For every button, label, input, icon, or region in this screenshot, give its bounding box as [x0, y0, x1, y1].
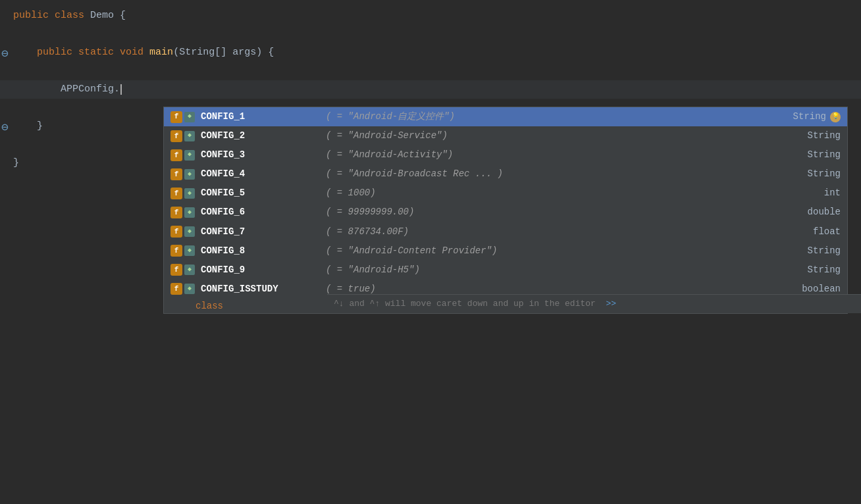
- ac-value-3: ( = "Android-Activity"): [326, 147, 788, 163]
- autocomplete-item-9[interactable]: f ◆ CONFIG_9 ( = "Android-H5") String: [164, 261, 847, 280]
- type-icon-8: ◆: [184, 245, 195, 256]
- ac-name-3: CONFIG_3: [201, 147, 319, 163]
- field-icon-9: f: [170, 264, 182, 276]
- ac-name-1: CONFIG_1: [201, 109, 319, 124]
- hint-bar: ^↓ and ^↑ will move caret down and up in…: [327, 294, 861, 313]
- field-icon-8: f: [170, 245, 182, 257]
- ac-icons-1: f ◆: [170, 111, 197, 123]
- field-icon-10: f: [170, 283, 182, 295]
- ac-type-8: String: [788, 243, 841, 259]
- ac-value-1: ( = "Android-自定义控件"): [326, 109, 773, 124]
- type-icon-2: ◆: [184, 131, 195, 141]
- ac-value-9: ( = "Android-H5"): [326, 263, 788, 278]
- bookmark-icon-2: ⊖: [1, 118, 9, 138]
- ac-value-8: ( = "Android-Content Provider"): [326, 243, 788, 259]
- ac-icons-6: f ◆: [170, 207, 197, 218]
- ac-type-4: String: [788, 166, 841, 182]
- code-line-1: public class Demo {: [0, 7, 861, 25]
- ac-value-4: ( = "Android-Broadcast Rec ... ): [326, 166, 788, 182]
- ac-name-5: CONFIG_5: [201, 186, 319, 201]
- field-icon-2: f: [170, 130, 182, 142]
- type-icon-9: ◆: [184, 265, 195, 275]
- code-line-5: APPConfig.: [0, 80, 861, 99]
- code-line-3: ⊖ public static void main(String[] args)…: [0, 43, 861, 62]
- ac-icons-9: f ◆: [170, 264, 197, 276]
- autocomplete-item-3[interactable]: f ◆ CONFIG_3 ( = "Android-Activity") Str…: [164, 145, 847, 164]
- ac-icons-3: f ◆: [170, 149, 197, 161]
- field-icon-1: f: [170, 111, 182, 123]
- autocomplete-item-1[interactable]: f ◆ CONFIG_1 ( = "Android-自定义控件") String…: [164, 107, 847, 126]
- ac-icons-10: f ◆: [170, 283, 197, 295]
- text-cursor: [120, 84, 122, 95]
- autocomplete-item-8[interactable]: f ◆ CONFIG_8 ( = "Android-Content Provid…: [164, 241, 847, 261]
- ac-type-5: int: [788, 186, 841, 201]
- ac-value-2: ( = "Android-Service"): [326, 128, 788, 143]
- ac-name-7: CONFIG_7: [201, 224, 319, 239]
- ac-value-7: ( = 876734.00F): [326, 224, 788, 239]
- ac-name-2: CONFIG_2: [201, 128, 319, 143]
- ac-name-10: CONFIG_ISSTUDY: [201, 282, 319, 297]
- ac-type-9: String: [788, 263, 841, 278]
- type-icon-7: ◆: [184, 226, 195, 237]
- ac-name-9: CONFIG_9: [201, 263, 319, 278]
- type-icon-3: ◆: [184, 150, 195, 161]
- ac-type-7: float: [788, 224, 841, 239]
- field-icon-7: f: [170, 226, 182, 238]
- type-icon-10: ◆: [184, 284, 195, 294]
- hint-text: ^↓ and ^↑ will move caret down and up in…: [334, 299, 616, 309]
- ac-icons-8: f ◆: [170, 245, 197, 257]
- ac-type-3: String: [788, 147, 841, 163]
- autocomplete-dropdown: f ◆ CONFIG_1 ( = "Android-自定义控件") String…: [163, 107, 848, 314]
- field-icon-3: f: [170, 149, 182, 161]
- ac-type-2: String: [788, 128, 841, 143]
- autocomplete-item-6[interactable]: f ◆ CONFIG_6 ( = 99999999.00) double: [164, 203, 847, 222]
- autocomplete-item-2[interactable]: f ◆ CONFIG_2 ( = "Android-Service") Stri…: [164, 126, 847, 145]
- hint-link[interactable]: >>: [606, 299, 616, 309]
- type-icon-1: ◆: [184, 112, 195, 122]
- field-icon-6: f: [170, 207, 182, 218]
- ac-value-5: ( = 1000): [326, 186, 788, 201]
- field-icon-4: f: [170, 168, 182, 180]
- bulb-icon-1: 💡: [830, 112, 841, 122]
- ac-value-6: ( = 99999999.00): [326, 205, 788, 220]
- autocomplete-item-7[interactable]: f ◆ CONFIG_7 ( = 876734.00F) float: [164, 222, 847, 241]
- class-keyword: class: [196, 301, 223, 311]
- ac-name-4: CONFIG_4: [201, 166, 319, 182]
- ac-icons-4: f ◆: [170, 168, 197, 180]
- ac-name-8: CONFIG_8: [201, 243, 319, 259]
- ac-type-1: String: [773, 109, 826, 124]
- ac-icons-2: f ◆: [170, 130, 197, 142]
- code-line-2: [0, 25, 861, 43]
- ac-name-6: CONFIG_6: [201, 205, 319, 220]
- autocomplete-item-4[interactable]: f ◆ CONFIG_4 ( = "Android-Broadcast Rec …: [164, 164, 847, 184]
- ac-icons-5: f ◆: [170, 188, 197, 199]
- type-icon-4: ◆: [184, 169, 195, 180]
- autocomplete-item-5[interactable]: f ◆ CONFIG_5 ( = 1000) int: [164, 184, 847, 203]
- ac-icons-7: f ◆: [170, 226, 197, 238]
- code-line-4: [0, 62, 861, 80]
- ac-type-6: double: [788, 205, 841, 220]
- type-icon-6: ◆: [184, 207, 195, 218]
- type-icon-5: ◆: [184, 188, 195, 199]
- field-icon-5: f: [170, 188, 182, 199]
- bookmark-icon-1: ⊖: [1, 45, 9, 64]
